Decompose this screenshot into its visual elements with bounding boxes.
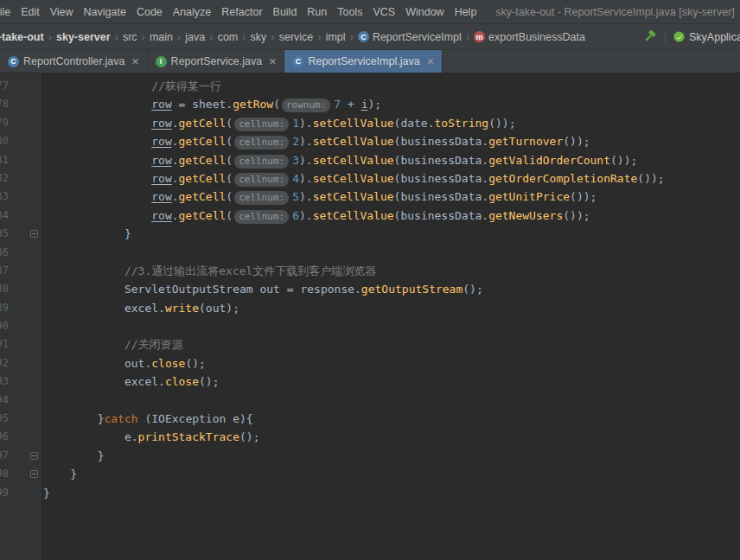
code-line: 96 e.printStackTrace();: [0, 428, 740, 446]
menu-window[interactable]: Window: [400, 0, 449, 23]
fold-column: [9, 317, 41, 335]
code-token: getOrderCompletionRate: [488, 172, 637, 185]
menu-file[interactable]: File: [0, 0, 16, 23]
menu-navigate[interactable]: Navigate: [79, 0, 131, 23]
code-token: (: [273, 98, 280, 111]
code-token: row: [151, 154, 171, 167]
code-token: (out);: [199, 302, 239, 315]
code-token: row: [151, 190, 171, 203]
close-icon[interactable]: ×: [131, 55, 138, 67]
code-editor[interactable]: 77 //获得某一行78 row = sheet.getRow(rownum:7…: [0, 73, 740, 560]
fold-marker-icon[interactable]: [30, 452, 38, 460]
chevron-right-icon: ›: [314, 31, 324, 42]
code-area: 77 //获得某一行78 row = sheet.getRow(rownum:7…: [0, 73, 740, 502]
breadcrumb-item-java[interactable]: java: [184, 31, 206, 43]
code-token: setCellValue: [313, 172, 394, 185]
code-text: row.getCell(cellnum:5).setCellValue(busi…: [41, 188, 596, 206]
breadcrumb-label: ReportServiceImpl: [373, 31, 462, 43]
line-number: 90: [0, 317, 9, 335]
breadcrumb-item-sky-server[interactable]: sky-server: [55, 31, 112, 43]
code-token: (: [226, 117, 233, 130]
menu-code[interactable]: Code: [131, 0, 168, 23]
code-token: row: [151, 209, 171, 222]
code-token: (: [226, 209, 233, 222]
menu-build[interactable]: Build: [268, 0, 303, 23]
code-token: close: [151, 357, 185, 370]
code-token: ).: [299, 172, 313, 185]
menu-analyze[interactable]: Analyze: [168, 0, 216, 23]
code-text: row.getCell(cellnum:4).setCellValue(busi…: [41, 169, 665, 188]
code-token: ();: [185, 357, 205, 370]
line-number: 86: [0, 244, 9, 262]
code-indent: [43, 80, 151, 92]
menu-refactor[interactable]: Refactor: [216, 0, 267, 23]
menu-edit[interactable]: Edit: [16, 0, 45, 23]
code-text: //获得某一行: [41, 77, 221, 95]
breadcrumb-item-src[interactable]: src: [122, 31, 138, 43]
breadcrumb-item-sky[interactable]: sky: [250, 31, 268, 43]
code-indent: [43, 227, 124, 240]
code-token: out.: [124, 357, 151, 370]
fold-column: [9, 188, 41, 206]
breadcrumb-item-ReportServiceImpl[interactable]: CReportServiceImpl: [357, 31, 462, 43]
close-icon[interactable]: ×: [269, 55, 276, 67]
chevron-right-icon: ›: [45, 31, 55, 42]
code-token: close: [165, 375, 199, 388]
navigation-bar: sky-take-out›sky-server›src›main›java›co…: [0, 23, 740, 49]
code-indent: [43, 338, 124, 351]
menu-tools[interactable]: Tools: [332, 0, 367, 23]
run-configuration-selector[interactable]: SkyApplication: [673, 31, 740, 43]
code-token: setCellValue: [313, 154, 394, 167]
tab-ReportController.java[interactable]: CReportController.java×: [0, 50, 148, 73]
fold-column: [9, 335, 41, 353]
code-token: ).: [299, 154, 313, 167]
code-text: out.close();: [41, 354, 206, 372]
code-token: 1: [292, 117, 299, 130]
menu-vcs[interactable]: VCS: [367, 0, 400, 23]
code-line: 93 excel.close();: [0, 372, 740, 391]
code-token: 5: [292, 190, 299, 203]
line-number: 96: [0, 428, 9, 446]
breadcrumb-item-service[interactable]: service: [278, 31, 315, 43]
code-indent: [43, 449, 98, 462]
code-line: 95 }catch (IOException e){: [0, 410, 740, 428]
code-text: //关闭资源: [41, 335, 183, 353]
build-hammer-icon[interactable]: [644, 30, 657, 43]
code-token: ());: [637, 172, 664, 185]
code-token: (: [226, 190, 233, 203]
fold-column: [9, 410, 41, 428]
chevron-right-icon: ›: [239, 31, 249, 42]
tab-ReportService.java[interactable]: IReportService.java×: [148, 50, 285, 73]
code-indent: [43, 135, 151, 148]
code-token: .: [172, 135, 179, 148]
code-token: write: [165, 302, 199, 315]
breadcrumb-item-main[interactable]: main: [149, 31, 174, 43]
code-indent: [43, 117, 151, 130]
menu-help[interactable]: Help: [450, 0, 482, 23]
parameter-hint: cellnum:: [234, 155, 289, 169]
breadcrumb-item-exportBusinessData[interactable]: mexportBusinessData: [473, 31, 586, 43]
chevron-right-icon: ›: [267, 31, 278, 42]
code-indent: [43, 375, 124, 388]
line-number: 97: [0, 447, 9, 465]
code-line: 78 row = sheet.getRow(rownum:7 + i);: [0, 95, 740, 113]
code-line: 85 }: [0, 225, 740, 243]
breadcrumb-item-com[interactable]: com: [217, 31, 239, 43]
code-token: ());: [488, 117, 515, 130]
code-token: ServletOutputStream out = response.: [124, 283, 361, 296]
fold-marker-icon[interactable]: [30, 470, 38, 478]
breadcrumb-item-sky-take-out[interactable]: sky-take-out: [0, 31, 45, 43]
code-text: row.getCell(cellnum:2).setCellValue(busi…: [41, 132, 590, 150]
close-icon[interactable]: ×: [427, 55, 434, 67]
menu-view[interactable]: View: [45, 0, 79, 23]
code-token: }: [70, 468, 77, 480]
fold-marker-icon[interactable]: [30, 230, 38, 238]
breadcrumb-item-impl[interactable]: impl: [325, 31, 347, 43]
fold-column: [9, 132, 41, 150]
chevron-right-icon: ›: [347, 31, 357, 42]
line-number: 99: [0, 484, 9, 502]
menu-run[interactable]: Run: [302, 0, 332, 23]
code-text: row.getCell(cellnum:1).setCellValue(date…: [41, 114, 515, 132]
code-line: 84 row.getCell(cellnum:6).setCellValue(b…: [0, 207, 740, 225]
tab-ReportServiceImpl.java[interactable]: CReportServiceImpl.java×: [284, 50, 442, 73]
